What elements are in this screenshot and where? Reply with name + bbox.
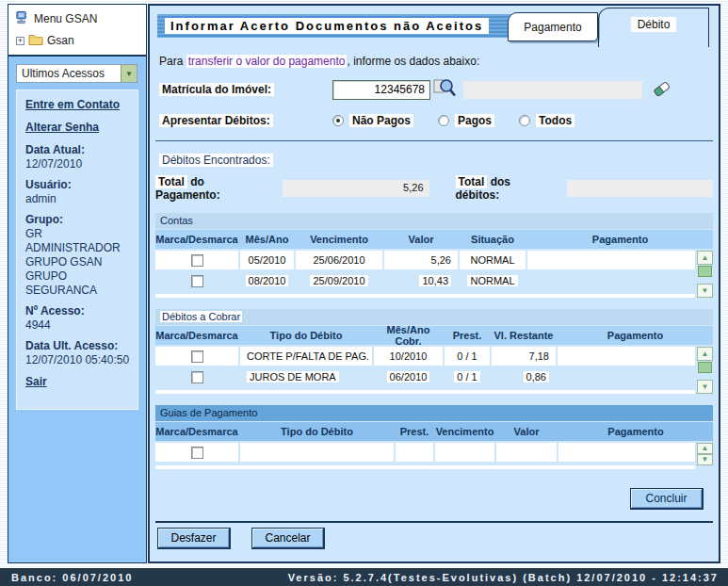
radio-todos[interactable]: Todos bbox=[519, 114, 574, 127]
col-header: Mês/Ano bbox=[240, 234, 294, 245]
divider bbox=[155, 521, 713, 523]
col-header: Tipo do Débito bbox=[240, 330, 372, 341]
radio-todos-label: Todos bbox=[536, 114, 574, 127]
link-sair[interactable]: Sair bbox=[25, 375, 130, 389]
col-header: Prest. bbox=[445, 330, 490, 341]
grupo-value: GR ADMINISTRADOR GRUPO GSAN GRUPO SEGURA… bbox=[25, 227, 130, 298]
tab-debito[interactable]: Débito bbox=[598, 8, 709, 47]
scroll-down-icon[interactable]: ▼ bbox=[697, 380, 713, 394]
scroll-up-icon[interactable]: ▲ bbox=[697, 347, 713, 361]
scroll-down-icon[interactable]: ▼ bbox=[697, 284, 713, 298]
debitos-table-title-text: Débitos a Cobrar bbox=[160, 311, 242, 322]
scrollbar-thumb[interactable] bbox=[698, 362, 712, 373]
data-ult-acesso-value: 12/07/2010 05:40:50 bbox=[25, 353, 130, 367]
search-icon[interactable] bbox=[433, 77, 457, 102]
radio-pagos-label: Pagos bbox=[455, 114, 494, 127]
contas-table-header: Marca/Desmarca Mês/Ano Vencimento Valor … bbox=[155, 230, 713, 249]
tree-expand-icon[interactable]: + bbox=[16, 37, 24, 45]
ultimos-acessos-value: Ultimos Acessos bbox=[22, 67, 105, 80]
tab-pagamento[interactable]: Pagamento bbox=[508, 12, 598, 41]
total-debitos-field bbox=[567, 180, 713, 197]
scroll-up-icon[interactable]: ▲ bbox=[697, 443, 713, 454]
cell-valor: 10,43 bbox=[419, 275, 451, 286]
tab-pagamento-label: Pagamento bbox=[524, 21, 581, 34]
num-acesso-value: 4944 bbox=[25, 318, 130, 333]
menu-gsan-root[interactable]: Menu GSAN bbox=[15, 10, 142, 27]
cell-tipo-debito: CORTE P/FALTA DE PAG. bbox=[247, 350, 369, 362]
col-header: Mês/Ano Cobr. bbox=[374, 324, 443, 347]
data-ult-acesso-label: Data Ult. Acesso: bbox=[25, 339, 130, 353]
footer-banco: Banco: 06/07/2010 bbox=[11, 572, 133, 583]
link-alterar-senha[interactable]: Alterar Senha bbox=[25, 121, 130, 135]
cell-situacao: NORMAL bbox=[467, 275, 517, 286]
debitos-table-title: Débitos a Cobrar bbox=[155, 309, 713, 325]
tree-item-label: Gsan bbox=[47, 34, 74, 47]
matricula-row: Matrícula do Imóvel: bbox=[155, 77, 713, 102]
matricula-input[interactable] bbox=[332, 80, 430, 100]
page-title: Informar Acerto Documentos não Aceitos bbox=[165, 18, 489, 34]
sidebar: Menu GSAN + Gsan Ultimos Acessos ▼ Entre… bbox=[8, 4, 147, 563]
col-header: Valor bbox=[384, 234, 458, 245]
tree-item-gsan[interactable]: + Gsan bbox=[16, 33, 142, 48]
bottom-buttons: Desfazer Cancelar bbox=[157, 528, 713, 549]
guias-table-header: Marca/Desmarca Tipo do Débito Prest. Ven… bbox=[155, 422, 713, 441]
contas-scrollbar[interactable]: ▲ ▼ bbox=[697, 251, 713, 298]
folder-icon bbox=[28, 33, 43, 48]
col-header: Pagamento bbox=[558, 426, 713, 437]
header-row: Informar Acerto Documentos não Aceitos D… bbox=[155, 6, 713, 47]
debitos-table-header: Marca/Desmarca Tipo do Débito Mês/Ano Co… bbox=[155, 326, 713, 345]
desfazer-button[interactable]: Desfazer bbox=[157, 528, 231, 549]
table-bottom-strip bbox=[155, 465, 695, 469]
chevron-down-icon[interactable]: ▼ bbox=[121, 65, 137, 82]
guias-table-title: Guias de Pagamento bbox=[155, 405, 713, 421]
radio-button-icon[interactable] bbox=[519, 115, 530, 126]
row-checkbox[interactable] bbox=[191, 350, 203, 363]
radio-nao-pagos[interactable]: Não Pagos bbox=[332, 114, 413, 127]
scroll-up-icon[interactable]: ▲ bbox=[697, 251, 713, 265]
row-checkbox[interactable] bbox=[191, 447, 203, 459]
row-checkbox[interactable] bbox=[191, 371, 203, 383]
col-header: Vl. Restante bbox=[492, 330, 556, 341]
scroll-down-icon[interactable]: ▼ bbox=[697, 454, 713, 465]
footer: Banco: 06/07/2010 Versão: 5.2.7.4(Testes… bbox=[0, 568, 728, 586]
contas-table: Contas Marca/Desmarca Mês/Ano Vencimento… bbox=[155, 213, 713, 298]
cell-mes-ano: 08/2010 bbox=[246, 275, 289, 286]
grupo-label: Grupo: bbox=[25, 213, 130, 227]
radio-button-icon[interactable] bbox=[438, 115, 449, 126]
radio-pagos[interactable]: Pagos bbox=[438, 114, 494, 127]
total-debitos-label-strong: Total bbox=[456, 175, 488, 188]
cell-vl-restante: 7,18 bbox=[529, 350, 549, 362]
menu-gsan-label: Menu GSAN bbox=[34, 12, 97, 25]
table-bottom-strip bbox=[155, 390, 695, 394]
col-header: Vencimento bbox=[296, 234, 382, 245]
col-header: Valor bbox=[496, 426, 557, 437]
guias-scrollbar[interactable]: ▲ ▼ bbox=[697, 443, 713, 469]
apresentar-debitos-label: Apresentar Débitos: bbox=[159, 114, 273, 127]
totals-row: Total do Pagamento: 5,26 Total dos débit… bbox=[155, 175, 713, 202]
cell-vl-restante: 0,86 bbox=[524, 371, 549, 383]
link-entre-em-contato[interactable]: Entre em Contato bbox=[25, 98, 130, 112]
data-atual-label: Data Atual: bbox=[25, 143, 130, 157]
ultimos-acessos-select[interactable]: Ultimos Acessos ▼ bbox=[16, 64, 138, 83]
eraser-icon[interactable] bbox=[652, 79, 672, 101]
divider bbox=[155, 140, 713, 141]
cell-mes-ano-cobr: 06/2010 bbox=[387, 371, 430, 383]
row-checkbox[interactable] bbox=[191, 254, 203, 267]
radio-button-icon[interactable] bbox=[332, 115, 344, 126]
col-header: Marca/Desmarca bbox=[155, 426, 238, 437]
footer-versao: Versão: 5.2.7.4(Testes-Evolutivas) (Batc… bbox=[288, 572, 719, 583]
table-row: JUROS DE MORA 06/2010 0 / 1 0,86 bbox=[155, 367, 695, 386]
cancelar-button[interactable]: Cancelar bbox=[251, 528, 325, 549]
scrollbar-thumb[interactable] bbox=[698, 266, 712, 277]
row-checkbox[interactable] bbox=[191, 275, 203, 287]
cell-vencimento: 25/06/2010 bbox=[313, 254, 364, 266]
col-header: Marca/Desmarca bbox=[155, 330, 238, 341]
contas-table-title: Contas bbox=[155, 213, 713, 229]
col-header: Situação bbox=[460, 234, 526, 245]
usuario-label: Usuário: bbox=[25, 178, 130, 192]
col-header: Marca/Desmarca bbox=[155, 234, 238, 245]
debitos-scrollbar[interactable]: ▲ ▼ bbox=[697, 347, 713, 394]
guias-de-pagamento-table: Guias de Pagamento Marca/Desmarca Tipo d… bbox=[155, 405, 713, 469]
concluir-button[interactable]: Concluir bbox=[630, 488, 704, 510]
cell-prest: 0 / 1 bbox=[454, 371, 479, 383]
